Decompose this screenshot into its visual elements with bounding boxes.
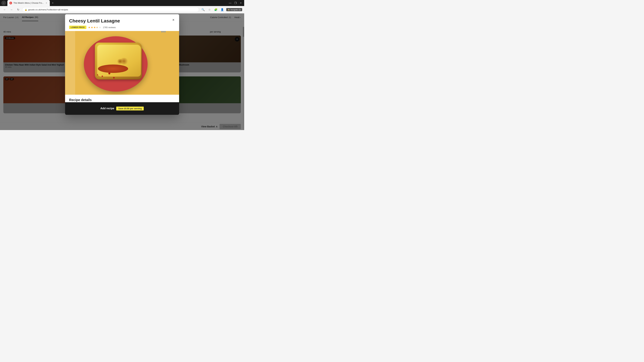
star-5: ★ xyxy=(99,26,101,29)
recipe-modal: Cheesy Lentil Lasagne × LOWER PRICE ★ ★ … xyxy=(65,14,179,115)
page-content: For Lauren (14) All Recipes (86) Calorie… xyxy=(0,13,244,130)
tab-nav-back[interactable]: ‹ xyxy=(1,1,6,5)
lasagne-sauce xyxy=(98,64,128,73)
bookmark-button[interactable]: ☆ xyxy=(207,7,212,12)
address-bar: ← → ↻ 🔒 gousto.co.uk/menu?collection=all… xyxy=(0,6,244,13)
tab-close-button[interactable]: × xyxy=(45,2,48,4)
sauce-spot-3 xyxy=(113,77,115,79)
left-edge-hint xyxy=(65,31,75,95)
url-bar[interactable]: 🔒 gousto.co.uk/menu?collection=all-recip… xyxy=(22,7,199,12)
refresh-button[interactable]: ↻ xyxy=(16,7,21,12)
review-count: 1765 reviews xyxy=(103,26,116,29)
modal-footer: Add recipe Save £0.50 per serving xyxy=(65,102,179,115)
minimize-button[interactable]: — xyxy=(228,1,232,5)
char-2 xyxy=(120,58,129,64)
tab-nav-group: ‹ xyxy=(1,1,6,5)
add-recipe-button[interactable]: Add recipe Save £0.50 per serving xyxy=(68,104,176,113)
browser-chrome: ‹ G This Week's Menu | Choose Fro... × +… xyxy=(0,0,244,13)
incognito-badge[interactable]: 🕵 Incognito (2) xyxy=(226,8,242,11)
fork-tines xyxy=(161,31,166,32)
fork-handle xyxy=(162,33,166,69)
window-controls: — ❐ × xyxy=(228,1,243,5)
active-tab[interactable]: G This Week's Menu | Choose Fro... × xyxy=(8,0,50,6)
modal-image xyxy=(65,31,179,95)
extensions-button[interactable]: 🧩 xyxy=(213,7,218,12)
close-button[interactable]: × xyxy=(239,1,243,5)
forward-button[interactable]: → xyxy=(9,7,14,12)
url-text: gousto.co.uk/menu?collection=all-recipes xyxy=(28,8,68,11)
tab-bar: ‹ G This Week's Menu | Choose Fro... × +… xyxy=(0,0,244,6)
modal-overlay[interactable]: Cheesy Lentil Lasagne × LOWER PRICE ★ ★ … xyxy=(0,13,244,130)
modal-title: Cheesy Lentil Lasagne xyxy=(69,18,175,24)
recipe-details-title: Recipe details xyxy=(69,98,175,102)
star-4: ★ ★ xyxy=(96,26,98,29)
sauce-spot-2 xyxy=(102,76,103,77)
url-lock-icon: 🔒 xyxy=(25,8,27,11)
save-badge: Save £0.50 per serving xyxy=(116,107,144,110)
lower-price-badge: LOWER PRICE xyxy=(69,26,86,29)
tab-title: This Week's Menu | Choose Fro... xyxy=(14,2,44,4)
modal-close-button[interactable]: × xyxy=(170,17,176,23)
modal-meta: LOWER PRICE ★ ★ ★ ★ ★ ★ 1765 reviews xyxy=(65,26,179,31)
tab-favicon: G xyxy=(10,2,12,4)
modal-header: Cheesy Lentil Lasagne × xyxy=(65,14,179,26)
add-recipe-label: Add recipe xyxy=(100,107,114,110)
star-rating: ★ ★ ★ ★ ★ ★ xyxy=(88,26,101,29)
restore-button[interactable]: ❐ xyxy=(234,1,238,5)
profile-button[interactable]: 👤 xyxy=(220,7,225,12)
address-actions: 🔍 ☆ 🧩 👤 xyxy=(200,7,225,12)
back-button[interactable]: ← xyxy=(2,7,8,12)
new-tab-button[interactable]: + xyxy=(50,1,55,5)
search-icon-btn[interactable]: 🔍 xyxy=(200,7,206,12)
star-1: ★ xyxy=(88,26,90,29)
star-2: ★ xyxy=(91,26,93,29)
star-3: ★ xyxy=(94,26,96,29)
